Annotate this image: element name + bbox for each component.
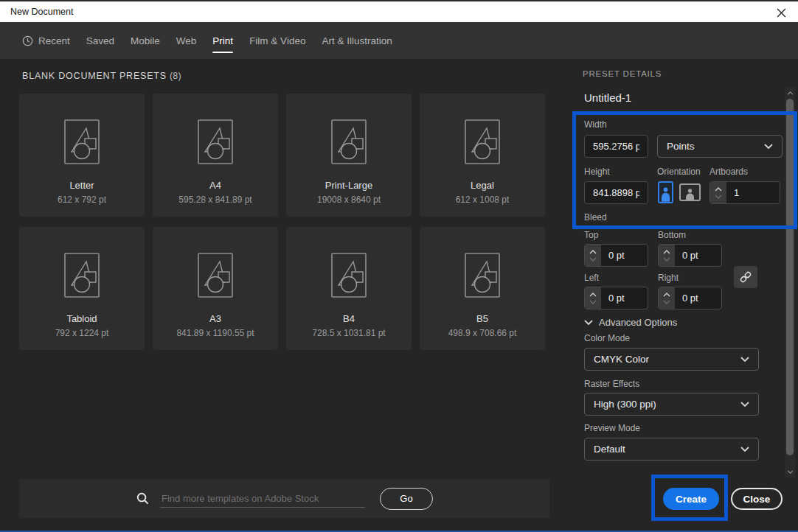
width-input[interactable] bbox=[584, 135, 648, 158]
dialog-title: New Document bbox=[10, 7, 73, 17]
raster-effects-dropdown[interactable]: High (300 ppi) bbox=[584, 393, 759, 416]
tab-label: Saved bbox=[86, 35, 114, 46]
preview-mode-dropdown[interactable]: Default bbox=[584, 438, 759, 461]
scroll-down-button[interactable] bbox=[785, 466, 795, 477]
bleed-label: Bleed bbox=[584, 212, 607, 223]
link-icon bbox=[739, 270, 752, 284]
advanced-options-label: Advanced Options bbox=[599, 317, 677, 328]
adobe-stock-bar: Go bbox=[19, 479, 549, 518]
preset-name: Letter bbox=[69, 180, 94, 191]
tab-label: Recent bbox=[38, 35, 70, 46]
preset-details-heading: PRESET DETAILS bbox=[583, 69, 662, 78]
artboards-input[interactable] bbox=[726, 182, 780, 203]
blank-document-icon bbox=[331, 119, 367, 164]
tab-label: Print bbox=[212, 35, 233, 46]
bleed-left-input[interactable] bbox=[601, 287, 648, 309]
tab-label: Art & Illustration bbox=[322, 35, 392, 46]
color-mode-label: Color Mode bbox=[584, 333, 630, 343]
document-name-field[interactable]: Untitled-1 bbox=[584, 91, 631, 104]
bleed-right-stepper bbox=[658, 287, 722, 309]
preset-card-a3[interactable]: A3 841.89 x 1190.55 pt bbox=[153, 227, 278, 350]
blank-document-icon bbox=[64, 119, 100, 164]
bleed-top-spin-buttons[interactable] bbox=[585, 245, 601, 266]
bleed-link-button[interactable] bbox=[734, 266, 757, 288]
preset-card-b4[interactable]: B4 728.5 x 1031.81 pt bbox=[286, 227, 412, 350]
raster-effects-value: High (300 ppi) bbox=[594, 399, 656, 410]
units-dropdown[interactable]: Points bbox=[657, 135, 783, 158]
spinner-down-icon bbox=[589, 257, 597, 262]
preset-dimensions: 792 x 1224 pt bbox=[55, 328, 109, 338]
preset-name: Print-Large bbox=[325, 180, 372, 191]
preset-name: B5 bbox=[476, 313, 488, 324]
tab-saved[interactable]: Saved bbox=[86, 22, 114, 59]
presets-panel: BLANK DOCUMENT PRESETS(8) Letter 612 x 7… bbox=[0, 59, 568, 532]
artboards-spin-buttons[interactable] bbox=[710, 182, 726, 203]
tab-label: Film & Video bbox=[249, 35, 305, 46]
preset-name: Tabloid bbox=[66, 313, 97, 324]
height-label: Height bbox=[584, 167, 610, 177]
tab-recent[interactable]: Recent bbox=[22, 22, 70, 59]
bleed-top-input[interactable] bbox=[601, 245, 648, 266]
scroll-up-button[interactable] bbox=[785, 88, 795, 98]
bleed-bottom-input[interactable] bbox=[675, 245, 721, 266]
blank-document-icon bbox=[465, 119, 500, 164]
new-document-dialog: New Document Recent Saved Mobile Web Pri… bbox=[0, 0, 798, 532]
preset-card-print-large[interactable]: Print-Large 19008 x 8640 pt bbox=[286, 94, 412, 217]
preset-details-panel: PRESET DETAILS Untitled-1 Width Points H… bbox=[568, 59, 798, 532]
close-button[interactable]: Close bbox=[731, 488, 783, 510]
bleed-right-input[interactable] bbox=[675, 287, 721, 309]
portrait-person-icon bbox=[661, 186, 670, 202]
preset-name: A4 bbox=[209, 180, 221, 191]
bleed-top-label: Top bbox=[584, 230, 598, 240]
color-mode-value: CMYK Color bbox=[594, 354, 649, 365]
units-value: Points bbox=[667, 141, 695, 152]
tab-web[interactable]: Web bbox=[176, 22, 197, 59]
chevron-down-icon bbox=[584, 320, 593, 326]
width-label: Width bbox=[584, 119, 607, 130]
preset-card-a4[interactable]: A4 595.28 x 841.89 pt bbox=[153, 94, 278, 217]
bleed-right-spin-buttons[interactable] bbox=[659, 287, 675, 309]
window-close-button[interactable] bbox=[768, 3, 794, 22]
tab-print[interactable]: Print bbox=[212, 22, 233, 59]
chevron-down-icon bbox=[740, 402, 749, 407]
bleed-bottom-spin-buttons[interactable] bbox=[659, 245, 675, 266]
chevron-down-icon bbox=[740, 447, 749, 452]
sidebar-scrollbar[interactable] bbox=[785, 87, 795, 477]
chevron-down-icon bbox=[764, 144, 773, 150]
height-input[interactable] bbox=[584, 181, 648, 204]
preset-dimensions: 612 x 1008 pt bbox=[456, 195, 510, 205]
tab-label: Mobile bbox=[131, 35, 160, 46]
spinner-up-icon bbox=[663, 293, 670, 297]
orientation-landscape-button[interactable] bbox=[679, 183, 701, 201]
go-button[interactable]: Go bbox=[380, 488, 433, 510]
tab-art-illustration[interactable]: Art & Illustration bbox=[322, 22, 392, 59]
bleed-left-spin-buttons[interactable] bbox=[585, 287, 601, 309]
spinner-up-icon bbox=[715, 187, 722, 192]
preset-card-legal[interactable]: Legal 612 x 1008 pt bbox=[420, 94, 545, 217]
category-tabbar: Recent Saved Mobile Web Print Film & Vid… bbox=[0, 22, 798, 59]
preset-name: Legal bbox=[471, 180, 494, 191]
advanced-options-toggle[interactable]: Advanced Options bbox=[584, 317, 677, 328]
preview-mode-label: Preview Mode bbox=[584, 423, 640, 433]
preset-dimensions: 19008 x 8640 pt bbox=[317, 195, 381, 205]
preset-name: B4 bbox=[343, 313, 355, 324]
preset-dimensions: 841.89 x 1190.55 pt bbox=[176, 328, 254, 338]
color-mode-dropdown[interactable]: CMYK Color bbox=[584, 348, 759, 371]
preset-card-letter[interactable]: Letter 612 x 792 pt bbox=[19, 94, 145, 217]
tab-mobile[interactable]: Mobile bbox=[131, 22, 160, 59]
presets-count: (8) bbox=[170, 71, 181, 81]
orientation-portrait-button[interactable] bbox=[658, 181, 673, 203]
preset-card-b5[interactable]: B5 498.9 x 708.66 pt bbox=[420, 227, 545, 350]
blank-document-icon bbox=[331, 253, 367, 298]
bleed-top-stepper bbox=[584, 244, 648, 267]
preset-card-tabloid[interactable]: Tabloid 792 x 1224 pt bbox=[19, 227, 145, 350]
clock-icon bbox=[22, 35, 33, 46]
create-button[interactable]: Create bbox=[663, 488, 719, 510]
stock-search-input[interactable] bbox=[160, 490, 365, 508]
search-icon bbox=[136, 491, 150, 505]
scrollbar-thumb[interactable] bbox=[786, 99, 794, 455]
spinner-down-icon bbox=[589, 300, 597, 304]
tab-film-video[interactable]: Film & Video bbox=[249, 22, 305, 59]
spinner-up-icon bbox=[589, 293, 597, 297]
bleed-bottom-stepper bbox=[658, 244, 722, 267]
